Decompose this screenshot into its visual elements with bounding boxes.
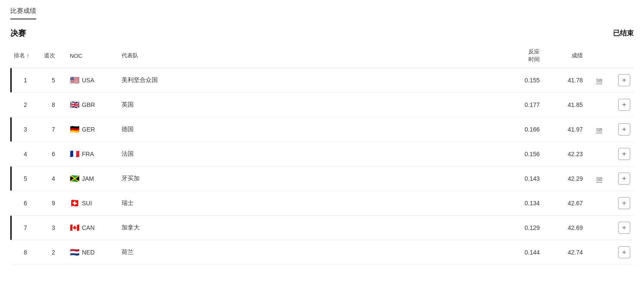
page-title: 比赛成绩 bbox=[10, 7, 36, 19]
sb-cell: SB bbox=[586, 68, 612, 93]
reaction-time-cell: 0.134 bbox=[500, 191, 543, 216]
flag-icon: 🇺🇸 bbox=[70, 75, 79, 85]
table-row: 69🇨🇭SUI瑞士0.13442.67+ bbox=[10, 191, 634, 216]
results-table: 排名 ↑ 道次 NOC 代表队 反应 时间 成绩 bbox=[10, 44, 634, 265]
lane-cell: 8 bbox=[41, 93, 66, 117]
expand-cell: + bbox=[612, 142, 634, 166]
noc-code: GBR bbox=[82, 101, 95, 108]
rank-cell: 4 bbox=[10, 142, 41, 166]
header-expand bbox=[612, 44, 634, 68]
noc-cell: 🇩🇪GER bbox=[66, 117, 118, 142]
sb-cell bbox=[586, 240, 612, 265]
rank-cell: 3 bbox=[10, 117, 41, 142]
noc-cell: 🇨🇦CAN bbox=[66, 216, 118, 240]
flag-icon: 🇫🇷 bbox=[70, 149, 79, 159]
flag-icon: 🇨🇦 bbox=[70, 223, 79, 232]
header-lane: 道次 bbox=[41, 44, 66, 68]
rank-cell: 8 bbox=[10, 240, 41, 265]
score-cell: 41.97 bbox=[543, 117, 586, 142]
table-row: 82🇳🇱NED荷兰0.14442.74+ bbox=[10, 240, 634, 265]
reaction-time-cell: 0.155 bbox=[500, 68, 543, 93]
team-cell: 美利坚合众国 bbox=[118, 68, 500, 93]
flag-icon: 🇯🇲 bbox=[70, 174, 79, 183]
header-reaction-time: 反应 时间 bbox=[500, 44, 543, 68]
header-rank: 排名 ↑ bbox=[10, 44, 41, 68]
flag-icon: 🇬🇧 bbox=[70, 100, 79, 110]
table-row: 54🇯🇲JAM牙买加0.14342.29SB+ bbox=[10, 166, 634, 191]
reaction-time-cell: 0.166 bbox=[500, 117, 543, 142]
reaction-time-cell: 0.156 bbox=[500, 142, 543, 166]
noc-cell: 🇬🇧GBR bbox=[66, 93, 118, 117]
rank-cell: 5 bbox=[10, 166, 41, 191]
section-title: 决赛 bbox=[10, 28, 26, 38]
expand-button[interactable]: + bbox=[618, 148, 630, 160]
expand-button[interactable]: + bbox=[618, 197, 630, 209]
score-cell: 42.69 bbox=[543, 216, 586, 240]
noc-code: GER bbox=[82, 126, 95, 133]
page-container: 比赛成绩 决赛 已结束 排名 ↑ 道次 NOC 代表队 反应 bbox=[0, 0, 644, 289]
score-cell: 41.85 bbox=[543, 93, 586, 117]
team-cell: 牙买加 bbox=[118, 166, 500, 191]
sb-cell: SB bbox=[586, 166, 612, 191]
rank-value: 4 bbox=[24, 151, 27, 157]
rank-cell: 2 bbox=[10, 93, 41, 117]
rank-bar bbox=[10, 117, 12, 141]
table-row: 28🇬🇧GBR英国0.17741.85+ bbox=[10, 93, 634, 117]
lane-cell: 7 bbox=[41, 117, 66, 142]
noc-cell: 🇯🇲JAM bbox=[66, 166, 118, 191]
rank-cell: 7 bbox=[10, 216, 41, 240]
team-cell: 瑞士 bbox=[118, 191, 500, 216]
expand-button[interactable]: + bbox=[618, 222, 630, 234]
noc-code: JAM bbox=[82, 175, 94, 182]
noc-cell: 🇳🇱NED bbox=[66, 240, 118, 265]
header-team: 代表队 bbox=[118, 44, 500, 68]
rank-cell: 6 bbox=[10, 191, 41, 216]
header-sb-spacer bbox=[586, 44, 612, 68]
expand-cell: + bbox=[612, 117, 634, 142]
expand-button[interactable]: + bbox=[618, 99, 630, 111]
noc-code: CAN bbox=[82, 224, 95, 231]
expand-cell: + bbox=[612, 166, 634, 191]
noc-code: NED bbox=[82, 249, 95, 256]
expand-button[interactable]: + bbox=[618, 173, 630, 185]
expand-button[interactable]: + bbox=[618, 246, 630, 258]
rank-bar bbox=[10, 166, 12, 191]
expand-cell: + bbox=[612, 216, 634, 240]
expand-cell: + bbox=[612, 191, 634, 216]
lane-cell: 4 bbox=[41, 166, 66, 191]
table-row: 15🇺🇸USA美利坚合众国0.15541.78SB+ bbox=[10, 68, 634, 93]
sb-badge: SB bbox=[596, 176, 603, 182]
reaction-time-cell: 0.177 bbox=[500, 93, 543, 117]
rank-value: 1 bbox=[24, 77, 27, 84]
lane-cell: 6 bbox=[41, 142, 66, 166]
reaction-time-cell: 0.129 bbox=[500, 216, 543, 240]
lane-cell: 3 bbox=[41, 216, 66, 240]
expand-button[interactable]: + bbox=[618, 123, 630, 135]
header-score: 成绩 bbox=[543, 44, 586, 68]
noc-cell: 🇺🇸USA bbox=[66, 68, 118, 93]
team-cell: 法国 bbox=[118, 142, 500, 166]
expand-cell: + bbox=[612, 93, 634, 117]
flag-icon: 🇳🇱 bbox=[70, 248, 79, 257]
score-cell: 42.29 bbox=[543, 166, 586, 191]
table-header-row: 排名 ↑ 道次 NOC 代表队 反应 时间 成绩 bbox=[10, 44, 634, 68]
expand-button[interactable]: + bbox=[618, 74, 630, 86]
sb-cell bbox=[586, 142, 612, 166]
rank-value: 2 bbox=[24, 101, 27, 108]
team-cell: 德国 bbox=[118, 117, 500, 142]
lane-cell: 2 bbox=[41, 240, 66, 265]
flag-icon: 🇩🇪 bbox=[70, 125, 79, 134]
table-row: 37🇩🇪GER德国0.16641.97SB+ bbox=[10, 117, 634, 142]
team-cell: 英国 bbox=[118, 93, 500, 117]
noc-code: FRA bbox=[82, 151, 94, 157]
expand-cell: + bbox=[612, 240, 634, 265]
rank-value: 7 bbox=[24, 224, 27, 231]
sb-cell bbox=[586, 216, 612, 240]
sb-cell bbox=[586, 191, 612, 216]
table-row: 73🇨🇦CAN加拿大0.12942.69+ bbox=[10, 216, 634, 240]
section-status: 已结束 bbox=[613, 29, 634, 38]
score-cell: 42.23 bbox=[543, 142, 586, 166]
lane-cell: 9 bbox=[41, 191, 66, 216]
expand-cell: + bbox=[612, 68, 634, 93]
score-cell: 42.67 bbox=[543, 191, 586, 216]
